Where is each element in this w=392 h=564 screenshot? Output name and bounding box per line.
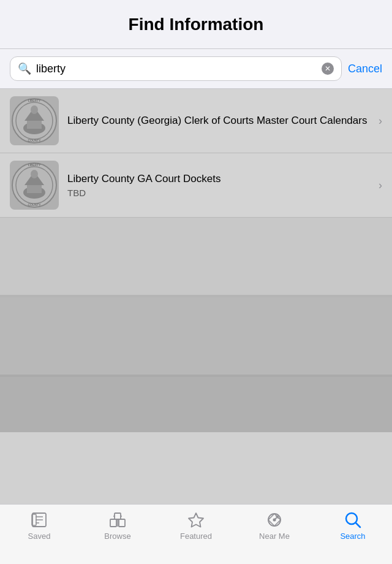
- tab-near-me[interactable]: Near Me: [235, 511, 314, 541]
- svg-rect-21: [110, 519, 116, 527]
- svg-text:COUNTY: COUNTY: [28, 203, 41, 207]
- search-bar-container: 🔍 ✕ Cancel: [0, 49, 392, 89]
- svg-rect-22: [119, 519, 125, 527]
- header: Find Information: [0, 0, 392, 49]
- svg-text:COUNTY: COUNTY: [28, 139, 41, 142]
- result-subtitle: TBD: [67, 188, 370, 198]
- table-row[interactable]: COUNTY LIBERTY Liberty County (Georgia) …: [0, 89, 392, 153]
- tab-saved[interactable]: Saved: [0, 511, 78, 541]
- search-icon: 🔍: [18, 62, 31, 75]
- search-input-wrapper: 🔍 ✕: [10, 56, 342, 81]
- tab-search-label: Search: [340, 532, 365, 541]
- svg-text:LIBERTY: LIBERTY: [28, 99, 41, 102]
- chevron-right-icon: ›: [379, 179, 382, 192]
- svg-rect-23: [115, 513, 121, 519]
- svg-line-33: [356, 523, 360, 527]
- svg-text:LIBERTY: LIBERTY: [28, 163, 41, 167]
- tab-bar: Saved Browse Featured: [0, 504, 392, 564]
- tab-browse-label: Browse: [104, 532, 130, 541]
- tab-saved-label: Saved: [28, 532, 51, 541]
- gray-section-2: [0, 297, 392, 377]
- cancel-button[interactable]: Cancel: [348, 63, 382, 75]
- result-text: Liberty County (Georgia) Clerk of Courts…: [67, 114, 370, 128]
- gray-section-3: [0, 377, 392, 432]
- gray-section-1: [0, 218, 392, 297]
- result-title: Liberty County GA Court Dockets: [67, 172, 370, 186]
- results-list: COUNTY LIBERTY Liberty County (Georgia) …: [0, 89, 392, 218]
- chevron-right-icon: ›: [379, 115, 382, 128]
- page-title: Find Information: [129, 15, 264, 34]
- tab-featured[interactable]: Featured: [157, 511, 235, 541]
- result-icon: COUNTY LIBERTY: [10, 161, 59, 210]
- svg-point-13: [31, 170, 38, 178]
- result-icon: COUNTY LIBERTY: [10, 96, 59, 145]
- result-text: Liberty County GA Court Dockets TBD: [67, 172, 370, 197]
- near-me-icon: [265, 511, 284, 529]
- featured-icon: [187, 511, 205, 529]
- browse-icon: [108, 511, 127, 529]
- svg-marker-27: [189, 513, 203, 527]
- clear-button[interactable]: ✕: [322, 63, 334, 75]
- saved-icon: [30, 511, 48, 529]
- table-row[interactable]: COUNTY LIBERTY Liberty County GA Court D…: [0, 153, 392, 218]
- svg-point-5: [31, 105, 38, 114]
- search-input[interactable]: [36, 63, 317, 75]
- tab-search[interactable]: Search: [314, 511, 392, 541]
- tab-near-me-label: Near Me: [259, 532, 290, 541]
- tab-featured-label: Featured: [180, 532, 212, 541]
- result-title: Liberty County (Georgia) Clerk of Courts…: [67, 114, 370, 128]
- svg-rect-11: [27, 184, 42, 193]
- search-tab-icon: [344, 511, 362, 529]
- svg-rect-3: [27, 120, 42, 129]
- tab-browse[interactable]: Browse: [78, 511, 157, 541]
- svg-line-31: [274, 516, 278, 520]
